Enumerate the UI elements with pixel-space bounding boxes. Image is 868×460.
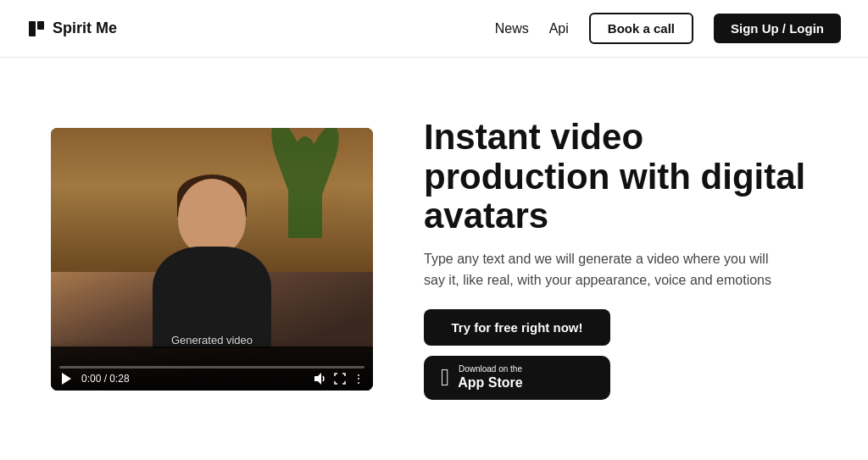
person-head <box>178 179 246 255</box>
svg-marker-3 <box>314 373 321 385</box>
controls-left: 0:00 / 0:28 <box>59 372 130 385</box>
play-icon[interactable] <box>59 372 73 385</box>
header: Spirit Me News Api Book a call Sign Up /… <box>0 0 868 58</box>
volume-icon[interactable] <box>314 372 327 385</box>
appstore-button[interactable]:  Download on the App Store <box>424 356 610 399</box>
video-time: 0:00 / 0:28 <box>81 373 130 385</box>
person-figure <box>127 179 297 348</box>
hero-content: Instant video production with digital av… <box>424 118 817 399</box>
appstore-text-block: Download on the App Store <box>458 364 522 391</box>
book-call-button[interactable]: Book a call <box>589 13 693 44</box>
try-free-button[interactable]: Try for free right now! <box>424 309 610 346</box>
signup-button[interactable]: Sign Up / Login <box>714 14 841 43</box>
video-controls: 0:00 / 0:28 ⋮ <box>51 346 373 391</box>
main-nav: News Api Book a call Sign Up / Login <box>495 13 841 44</box>
svg-rect-1 <box>37 21 44 30</box>
generated-video-label: Generated video <box>171 334 253 346</box>
svg-marker-2 <box>62 373 71 385</box>
nav-api[interactable]: Api <box>549 21 569 36</box>
controls-right: ⋮ <box>314 372 364 385</box>
logo-area: Spirit Me <box>27 19 117 38</box>
main-content: Generated video 0:00 / 0:28 <box>0 58 868 460</box>
apple-icon:  <box>441 366 449 390</box>
fullscreen-icon[interactable] <box>334 373 346 385</box>
more-options-icon[interactable]: ⋮ <box>353 372 364 385</box>
hero-subtitle: Type any text and we will generate a vid… <box>424 249 780 291</box>
appstore-small-text: Download on the <box>458 364 522 374</box>
video-player[interactable]: Generated video 0:00 / 0:28 <box>51 128 373 391</box>
nav-news[interactable]: News <box>495 21 529 36</box>
appstore-big-text: App Store <box>458 374 522 391</box>
logo-text: Spirit Me <box>53 19 117 37</box>
cta-buttons: Try for free right now!  Download on th… <box>424 309 817 399</box>
logo-icon <box>27 19 46 38</box>
video-progress-bar[interactable] <box>59 366 364 369</box>
hero-headline: Instant video production with digital av… <box>424 118 817 236</box>
svg-rect-0 <box>29 21 36 36</box>
video-controls-row: 0:00 / 0:28 ⋮ <box>59 372 364 385</box>
person-body <box>153 247 271 348</box>
